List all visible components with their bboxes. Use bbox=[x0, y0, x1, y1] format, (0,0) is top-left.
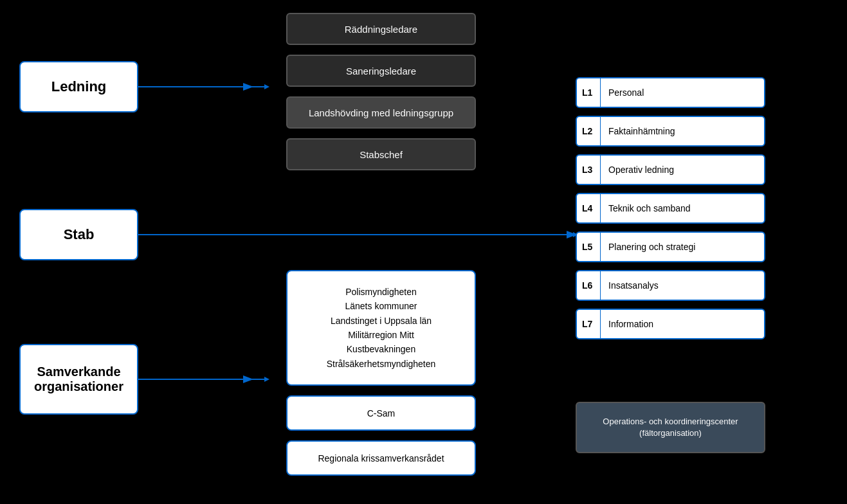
samverkande-box: Samverkande organisationer bbox=[19, 344, 138, 415]
svg-marker-25 bbox=[264, 84, 269, 89]
l4-box: L4 Teknik och samband bbox=[576, 193, 765, 224]
l7-label: L7 bbox=[577, 319, 600, 329]
svg-marker-27 bbox=[264, 377, 269, 382]
l1-text: Personal bbox=[601, 87, 651, 98]
ledning-box: Ledning bbox=[19, 61, 138, 113]
samverkande-item-6: Strålsäkerhetsmyndigheten bbox=[327, 357, 436, 371]
samverkande-list-box: Polismyndigheten Länets kommuner Landsti… bbox=[286, 270, 476, 386]
raddningsledare-box: Räddningsledare bbox=[286, 13, 476, 45]
stab-box: Stab bbox=[19, 209, 138, 260]
regionala-label: Regionala krissamverkansrådet bbox=[318, 453, 444, 464]
l3-box: L3 Operativ ledning bbox=[576, 154, 765, 185]
l2-box: L2 Faktainhämtning bbox=[576, 116, 765, 147]
l7-box: L7 Information bbox=[576, 309, 765, 339]
landshövding-label: Landshövding med ledningsgrupp bbox=[309, 107, 453, 118]
operations-center-label: Operations- och koordineringscenter (fäl… bbox=[596, 416, 744, 439]
l2-label: L2 bbox=[577, 126, 600, 136]
stabschef-box: Stabschef bbox=[286, 138, 476, 170]
l5-text: Planering och strategi bbox=[601, 242, 703, 252]
saneringsledare-box: Saneringsledare bbox=[286, 55, 476, 87]
raddningsledare-label: Räddningsledare bbox=[345, 24, 417, 35]
csam-box: C-Sam bbox=[286, 395, 476, 431]
samverkande-item-2: Länets kommuner bbox=[345, 299, 417, 313]
l6-box: L6 Insatsanalys bbox=[576, 270, 765, 301]
csam-label: C-Sam bbox=[367, 408, 396, 419]
l3-text: Operativ ledning bbox=[601, 165, 682, 175]
l3-label: L3 bbox=[577, 165, 600, 175]
l1-box: L1 Personal bbox=[576, 77, 765, 108]
l4-text: Teknik och samband bbox=[601, 203, 698, 213]
stabschef-label: Stabschef bbox=[360, 149, 403, 160]
l7-text: Information bbox=[601, 319, 661, 329]
l5-label: L5 bbox=[577, 242, 600, 252]
samverkande-item-3: Landstinget i Uppsala län bbox=[331, 314, 432, 328]
samverkande-item-5: Kustbevakningen bbox=[347, 342, 415, 356]
samverkande-label: Samverkande organisationer bbox=[34, 364, 123, 394]
landshövding-box: Landshövding med ledningsgrupp bbox=[286, 96, 476, 129]
saneringsledare-label: Saneringsledare bbox=[346, 66, 416, 76]
stab-label: Stab bbox=[64, 226, 95, 243]
l5-box: L5 Planering och strategi bbox=[576, 231, 765, 262]
l2-text: Faktainhämtning bbox=[601, 126, 683, 136]
samverkande-item-4: Militärregion Mitt bbox=[348, 328, 414, 342]
ledning-label: Ledning bbox=[51, 78, 107, 95]
l6-label: L6 bbox=[577, 280, 600, 291]
operations-center-box: Operations- och koordineringscenter (fäl… bbox=[576, 402, 765, 453]
samverkande-item-1: Polismyndigheten bbox=[345, 285, 417, 299]
l1-label: L1 bbox=[577, 87, 600, 98]
l6-text: Insatsanalys bbox=[601, 280, 666, 291]
regionala-box: Regionala krissamverkansrådet bbox=[286, 440, 476, 476]
l4-label: L4 bbox=[577, 203, 600, 213]
